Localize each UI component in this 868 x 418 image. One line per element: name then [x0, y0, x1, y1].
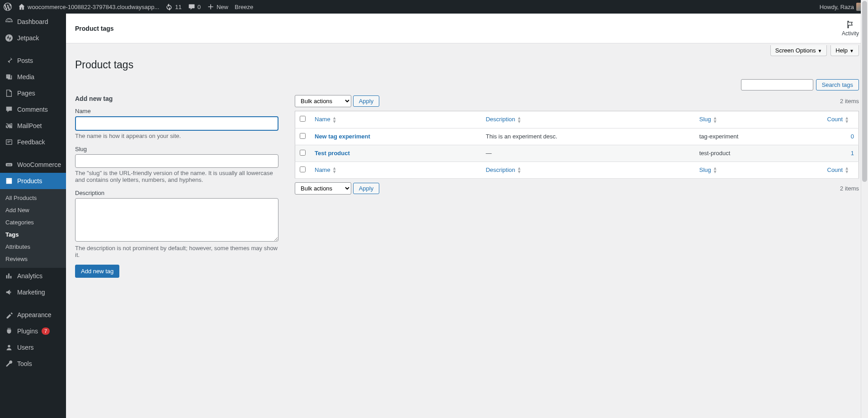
- screen-options-label: Screen Options: [775, 47, 816, 54]
- col-name[interactable]: Name▲▼: [315, 116, 337, 123]
- breadcrumb: Product tags: [75, 25, 114, 32]
- admin-sidebar: Dashboard Jetpack Posts Media Pages Comm…: [0, 14, 66, 296]
- bulk-actions-top[interactable]: Bulk actions: [295, 95, 351, 107]
- sidebar-item-woocommerce[interactable]: wooWooCommerce: [0, 157, 66, 173]
- sidebar-item-pages[interactable]: Pages: [0, 85, 66, 101]
- submenu-all-products[interactable]: All Products: [0, 192, 66, 204]
- sort-icon: ▲▼: [332, 116, 337, 124]
- row-checkbox[interactable]: [300, 133, 306, 139]
- sidebar-item-mailpoet[interactable]: MailPoet: [0, 118, 66, 134]
- wp-logo[interactable]: [4, 3, 12, 11]
- plus-icon: [207, 3, 214, 10]
- home-icon: [18, 3, 25, 10]
- comments-link[interactable]: 0: [188, 3, 201, 10]
- admin-bar: woocommerce-1008822-3797843.cloudwaysapp…: [0, 0, 868, 14]
- sort-icon: ▲▼: [844, 116, 849, 124]
- desc-label: Description: [75, 190, 278, 196]
- svg-rect-5: [6, 179, 12, 184]
- col-slug[interactable]: Slug▲▼: [699, 116, 717, 123]
- slug-input[interactable]: [75, 154, 278, 168]
- sidebar-item-label: Dashboard: [17, 18, 48, 25]
- col-count-bottom[interactable]: Count▲▼: [827, 166, 849, 173]
- activity-button[interactable]: Activity: [842, 20, 859, 37]
- account-link[interactable]: Howdy, Raza: [820, 3, 864, 11]
- row-desc: —: [481, 145, 694, 162]
- sidebar-item-label: Jetpack: [17, 34, 39, 42]
- analytics-icon: [5, 271, 14, 280]
- items-count-bottom: 2 items: [840, 185, 859, 192]
- row-name-link[interactable]: New tag experiment: [315, 133, 370, 140]
- bulk-actions-bottom[interactable]: Bulk actions: [295, 182, 351, 195]
- col-desc[interactable]: Description▲▼: [486, 116, 521, 123]
- sort-icon: ▲▼: [332, 166, 337, 174]
- desc-hint: The description is not prominent by defa…: [75, 245, 278, 258]
- woo-icon: woo: [5, 160, 14, 169]
- apply-bottom-button[interactable]: Apply: [353, 183, 380, 194]
- new-link[interactable]: New: [207, 3, 228, 10]
- breeze-link[interactable]: Breeze: [235, 4, 253, 10]
- sort-icon: ▲▼: [713, 166, 717, 174]
- sidebar-item-products[interactable]: Products: [0, 173, 66, 189]
- comment-icon: [188, 3, 195, 10]
- screen-options-button[interactable]: Screen Options▼: [770, 45, 827, 56]
- sidebar-item-analytics[interactable]: Analytics: [0, 268, 66, 284]
- col-desc-bottom[interactable]: Description▲▼: [486, 166, 521, 173]
- select-all-top[interactable]: [300, 116, 306, 122]
- tags-table: Name▲▼ Description▲▼ Slug▲▼ Count▲▼ New …: [295, 111, 859, 179]
- chevron-down-icon: ▼: [849, 48, 854, 53]
- submenu-add-new[interactable]: Add New: [0, 204, 66, 216]
- sidebar-item-jetpack[interactable]: Jetpack: [0, 30, 66, 46]
- search-button[interactable]: Search tags: [816, 79, 859, 90]
- svg-text:woo: woo: [7, 164, 11, 166]
- submenu-tags[interactable]: Tags: [0, 228, 66, 241]
- submenu-categories[interactable]: Categories: [0, 216, 66, 228]
- mailpoet-icon: [5, 121, 14, 130]
- slug-label: Slug: [75, 146, 278, 152]
- name-input[interactable]: [75, 116, 278, 131]
- sidebar-item-comments[interactable]: Comments: [0, 101, 66, 118]
- submenu-attributes[interactable]: Attributes: [0, 241, 66, 253]
- select-all-bottom[interactable]: [300, 166, 306, 172]
- slug-hint: The "slug" is the URL-friendly version o…: [75, 170, 278, 183]
- wordpress-icon: [4, 3, 12, 11]
- col-slug-bottom[interactable]: Slug▲▼: [699, 166, 717, 173]
- search-input[interactable]: [741, 79, 813, 90]
- media-icon: [5, 72, 14, 81]
- sidebar-item-feedback[interactable]: Feedback: [0, 134, 66, 150]
- page-header: Product tags Activity: [66, 14, 868, 43]
- submenu-reviews[interactable]: Reviews: [0, 253, 66, 265]
- sort-icon: ▲▼: [517, 116, 521, 124]
- dashboard-icon: [5, 17, 14, 26]
- site-link[interactable]: woocommerce-1008822-3797843.cloudwaysapp…: [18, 3, 159, 10]
- add-tag-button[interactable]: Add new tag: [75, 265, 119, 278]
- sidebar-item-label: Marketing: [17, 289, 45, 296]
- help-button[interactable]: Help▼: [830, 45, 859, 56]
- row-count-link[interactable]: 0: [851, 133, 854, 140]
- jetpack-icon: [5, 33, 14, 43]
- feedback-icon: [5, 138, 14, 147]
- row-checkbox[interactable]: [300, 150, 306, 156]
- updates-link[interactable]: 11: [165, 3, 181, 10]
- comment-icon: [5, 105, 14, 114]
- col-name-bottom[interactable]: Name▲▼: [315, 166, 337, 173]
- updates-count: 11: [175, 4, 181, 10]
- sidebar-item-label: Feedback: [17, 138, 45, 146]
- sidebar-item-posts[interactable]: Posts: [0, 52, 66, 69]
- page-title: Product tags: [75, 59, 859, 71]
- items-count-top: 2 items: [840, 98, 859, 104]
- scrollbar[interactable]: ▲: [861, 0, 868, 296]
- sidebar-item-label: Posts: [17, 57, 33, 64]
- scrollbar-thumb[interactable]: [862, 1, 867, 182]
- sidebar-item-label: Media: [17, 73, 34, 81]
- svg-point-0: [9, 21, 10, 23]
- sidebar-item-label: Analytics: [17, 272, 42, 280]
- row-count-link[interactable]: 1: [851, 150, 854, 157]
- sidebar-item-marketing[interactable]: Marketing: [0, 284, 66, 296]
- sidebar-item-media[interactable]: Media: [0, 69, 66, 85]
- row-name-link[interactable]: Test product: [315, 150, 350, 157]
- desc-input[interactable]: [75, 198, 278, 242]
- apply-top-button[interactable]: Apply: [353, 95, 380, 107]
- sidebar-item-dashboard[interactable]: Dashboard: [0, 14, 66, 30]
- col-count[interactable]: Count▲▼: [827, 116, 849, 123]
- pin-icon: [5, 56, 14, 65]
